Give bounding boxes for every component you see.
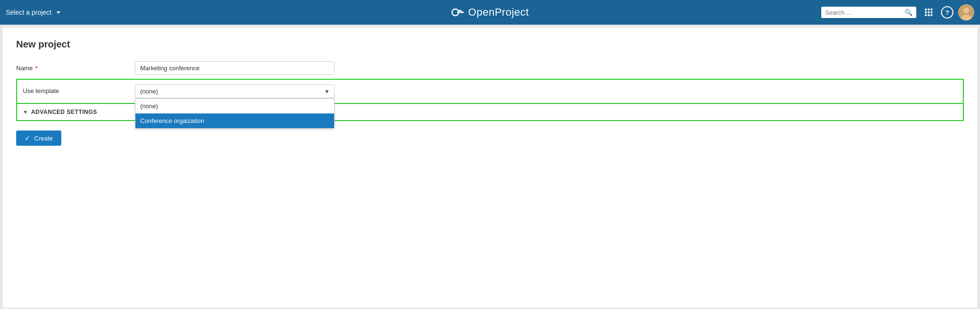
template-inner: Use template (none) ▼ (none) [23,84,957,98]
template-select-wrapper: (none) ▼ (none) Conference orgaization [135,84,335,98]
required-indicator: * [35,65,38,72]
grid-icon [925,9,932,16]
page-content: New project Name * Use template (none) [3,28,977,308]
name-input[interactable] [135,61,335,75]
app-title: OpenProject [468,6,529,19]
template-row: Use template (none) ▼ (none) [16,79,964,104]
avatar-image [958,4,974,20]
template-label: Use template [23,84,135,94]
svg-point-2 [963,8,969,13]
page-title: New project [16,39,964,50]
avatar[interactable] [958,4,974,20]
advanced-chevron-icon: ▼ [23,109,28,115]
content-wrapper: New project Name * Use template (none) [3,28,977,308]
template-select-display[interactable]: (none) [135,84,335,98]
create-button[interactable]: ✓ Create [16,131,61,146]
project-selector-label: Select a project [6,9,52,16]
template-dropdown: (none) Conference orgaization [135,98,335,129]
project-selector[interactable]: Select a project [6,9,60,16]
help-button[interactable]: ? [941,6,953,19]
openproject-logo-icon [451,7,464,18]
checkmark-icon: ✓ [25,134,30,142]
dropdown-item-none[interactable]: (none) [135,99,334,113]
name-field-group: Name * [16,61,964,75]
topbar: Select a project OpenProject 🔍 ? [0,0,980,25]
modules-button[interactable] [921,5,936,20]
search-box[interactable]: 🔍 [821,7,916,18]
topbar-actions: 🔍 ? [821,4,974,20]
name-label: Name * [16,65,135,72]
template-section: Use template (none) ▼ (none) [16,79,964,121]
search-icon: 🔍 [904,9,913,16]
topbar-brand: OpenProject [451,6,529,19]
dropdown-item-conference[interactable]: Conference orgaization [135,113,334,128]
project-selector-chevron [57,11,60,14]
search-input[interactable] [825,9,902,16]
